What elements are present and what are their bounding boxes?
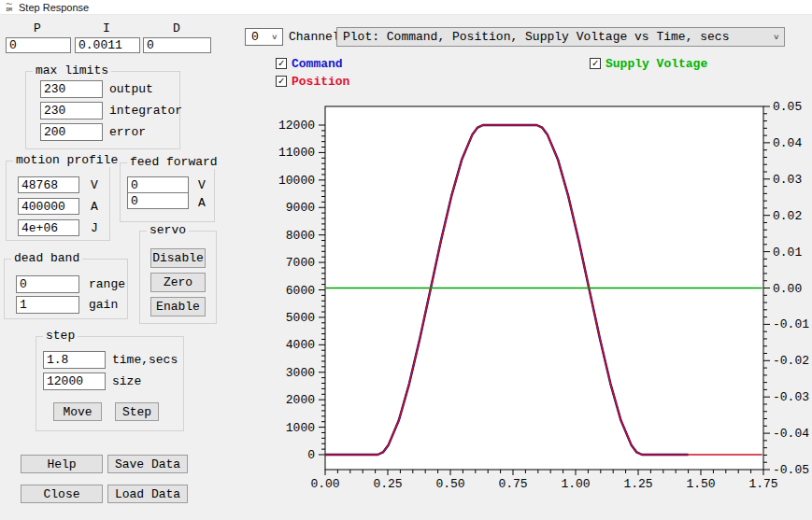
svg-text:0.00: 0.00 xyxy=(310,477,339,491)
svg-text:4000: 4000 xyxy=(286,338,315,352)
svg-text:-0.04: -0.04 xyxy=(773,427,809,441)
step-response-window: 〜DM Step Response P I D max limits outpu… xyxy=(0,0,812,520)
svg-text:0.03: 0.03 xyxy=(773,173,802,187)
step-response-chart: 0100020003000400050006000700080009000100… xyxy=(0,0,812,520)
svg-text:9000: 9000 xyxy=(286,201,315,215)
svg-text:10000: 10000 xyxy=(278,174,315,188)
svg-text:6000: 6000 xyxy=(286,284,315,298)
svg-text:-0.05: -0.05 xyxy=(773,463,809,477)
svg-text:1.25: 1.25 xyxy=(623,477,652,491)
svg-text:0.50: 0.50 xyxy=(435,477,464,491)
svg-text:1.75: 1.75 xyxy=(748,477,777,491)
svg-text:0.05: 0.05 xyxy=(773,100,802,114)
svg-text:7000: 7000 xyxy=(286,256,315,270)
svg-text:0.25: 0.25 xyxy=(373,477,402,491)
svg-text:1000: 1000 xyxy=(286,421,315,435)
svg-text:1.00: 1.00 xyxy=(561,477,590,491)
svg-text:-0.02: -0.02 xyxy=(773,354,809,368)
svg-text:0.01: 0.01 xyxy=(773,246,802,260)
svg-text:1.50: 1.50 xyxy=(686,477,715,491)
svg-text:-0.01: -0.01 xyxy=(773,317,809,331)
svg-text:-0.03: -0.03 xyxy=(773,390,809,404)
svg-text:0.02: 0.02 xyxy=(773,209,802,223)
svg-text:8000: 8000 xyxy=(286,229,315,243)
svg-text:2000: 2000 xyxy=(286,393,315,407)
svg-text:3000: 3000 xyxy=(286,366,315,380)
svg-text:0: 0 xyxy=(307,448,315,462)
svg-text:0.00: 0.00 xyxy=(773,282,802,296)
svg-text:0.04: 0.04 xyxy=(773,136,802,150)
svg-text:5000: 5000 xyxy=(286,311,315,325)
svg-text:12000: 12000 xyxy=(278,119,315,133)
svg-text:0.75: 0.75 xyxy=(498,477,527,491)
svg-text:11000: 11000 xyxy=(278,146,315,160)
